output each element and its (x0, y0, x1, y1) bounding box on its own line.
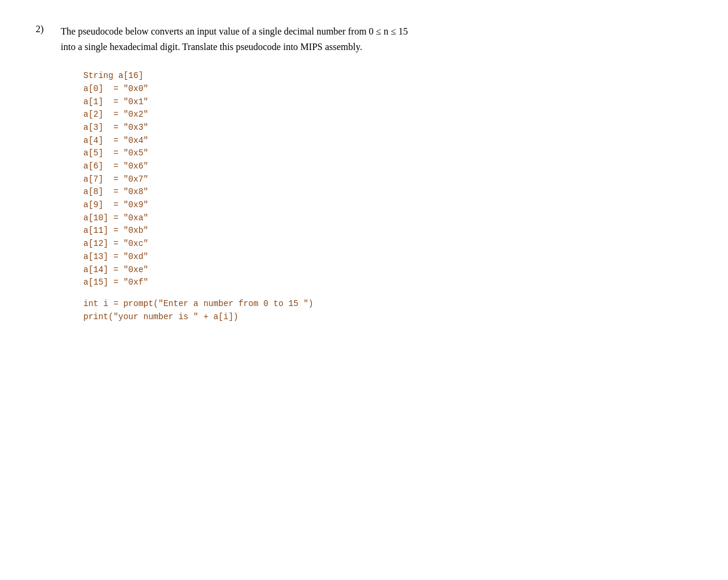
array-entry-0: a[0] = "0x0" (83, 83, 692, 96)
array-entry-14: a[14] = "0xe" (83, 264, 692, 277)
question-line2: into a single hexadecimal digit. Transla… (61, 39, 408, 55)
array-entry-7: a[7] = "0x7" (83, 173, 692, 186)
array-entry-1: a[1] = "0x1" (83, 96, 692, 109)
question-container: 2) The pseudocode below converts an inpu… (36, 24, 692, 323)
array-entry-11: a[11] = "0xb" (83, 224, 692, 238)
print-line: print("your number is " + a[i]) (83, 311, 692, 324)
code-block: String a[16] a[0] = "0x0" a[1] = "0x1" a… (83, 70, 692, 323)
question-text: The pseudocode below converts an input v… (61, 24, 408, 54)
array-entry-5: a[5] = "0x5" (83, 147, 692, 160)
array-entry-6: a[6] = "0x6" (83, 160, 692, 173)
array-declaration: String a[16] (83, 70, 692, 83)
question-line1: The pseudocode below converts an input v… (61, 24, 408, 39)
array-entry-8: a[8] = "0x8" (83, 186, 692, 199)
array-entry-13: a[13] = "0xd" (83, 251, 692, 264)
array-entry-12: a[12] = "0xc" (83, 238, 692, 251)
array-entry-4: a[4] = "0x4" (83, 135, 692, 148)
code-separator (83, 289, 692, 298)
question-number: 2) (36, 24, 54, 35)
array-entry-15: a[15] = "0xf" (83, 276, 692, 289)
array-entry-2: a[2] = "0x2" (83, 108, 692, 121)
array-entry-9: a[9] = "0x9" (83, 199, 692, 212)
question-header: 2) The pseudocode below converts an inpu… (36, 24, 692, 54)
array-entry-3: a[3] = "0x3" (83, 121, 692, 135)
prompt-line: int i = prompt("Enter a number from 0 to… (83, 298, 692, 311)
array-entry-10: a[10] = "0xa" (83, 212, 692, 225)
